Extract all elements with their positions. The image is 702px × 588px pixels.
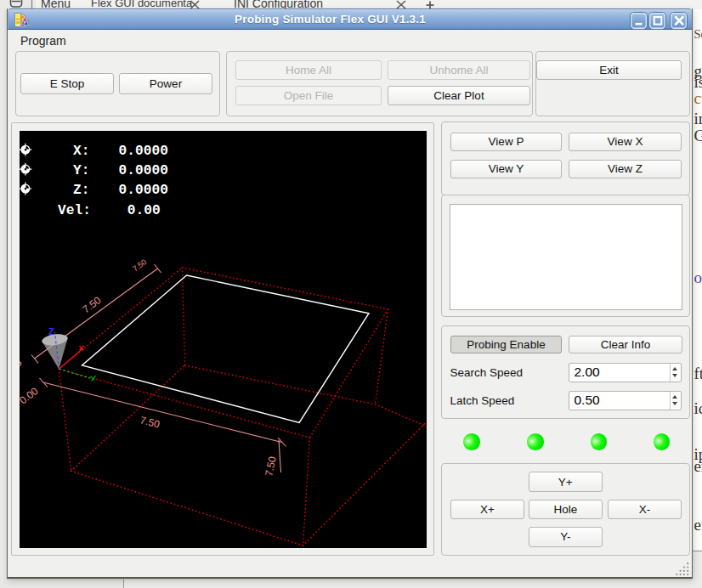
svg-text:8: 8	[20, 356, 24, 370]
svg-text:0.00: 0.00	[20, 385, 41, 406]
svg-text:Y:: Y:	[73, 163, 89, 178]
svg-text:7.50: 7.50	[131, 257, 148, 274]
svg-text:X:: X:	[73, 144, 89, 159]
svg-text:0.0000: 0.0000	[118, 163, 167, 178]
svg-text:Vel:: Vel:	[58, 203, 91, 218]
svg-text:7.50: 7.50	[139, 414, 161, 430]
svg-text:7.50: 7.50	[263, 455, 279, 478]
svg-text:0.0000: 0.0000	[118, 183, 167, 198]
svg-text:Z: Z	[48, 326, 54, 336]
svg-text:7.50: 7.50	[80, 294, 103, 315]
svg-text:0.0000: 0.0000	[118, 144, 167, 159]
svg-text:0.00: 0.00	[127, 203, 160, 218]
svg-text:Z:: Z:	[73, 183, 89, 198]
